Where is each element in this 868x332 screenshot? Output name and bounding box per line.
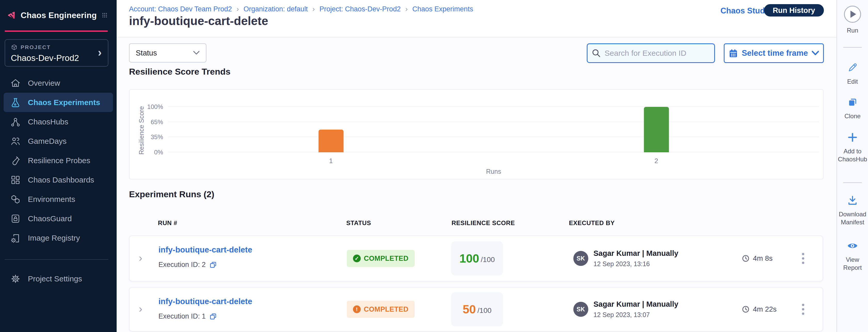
hexagons-icon: [10, 193, 21, 205]
status-badge: ✓ COMPLETED: [347, 250, 415, 267]
sidebar-item-gamedays[interactable]: GameDays: [4, 131, 113, 151]
timeframe-dropdown[interactable]: Select time frame: [724, 43, 824, 63]
breadcrumb-project[interactable]: Project: Chaos-Dev-Prod2: [319, 5, 401, 13]
gridline: [168, 137, 819, 137]
breadcrumb-organization[interactable]: Organization: default: [244, 5, 308, 13]
row-menu-kebab-icon[interactable]: [799, 250, 807, 267]
sidebar-item-label: Chaos Experiments: [28, 98, 100, 107]
duration-value: 4m 22s: [753, 305, 777, 313]
flask-icon: [10, 97, 21, 108]
search-box: [587, 43, 715, 63]
breadcrumb-separator: ›: [312, 5, 315, 13]
chaos-engineering-page: Chaos Engineering PROJECT Chaos-Dev-Prod…: [0, 0, 868, 332]
plus-icon: [846, 131, 859, 144]
download-manifest-action[interactable]: Download Manifest: [837, 194, 868, 226]
avatar: SK: [574, 251, 588, 266]
run-history-button[interactable]: Run History: [764, 4, 824, 17]
app-switcher-icon[interactable]: [102, 10, 107, 20]
view-report-action[interactable]: View Report: [837, 240, 868, 272]
breadcrumb-account[interactable]: Account: Chaos Dev Team Prod2: [129, 5, 232, 13]
gridline: [168, 152, 819, 152]
project-name: Chaos-Dev-Prod2: [11, 53, 102, 63]
calendar-icon: [728, 48, 738, 58]
project-selector[interactable]: PROJECT Chaos-Dev-Prod2 ›: [5, 39, 108, 67]
main-content: Status Select time f: [117, 37, 837, 332]
resilience-score-chip: 50 /100: [451, 292, 503, 326]
status-filter-dropdown[interactable]: Status: [129, 43, 207, 62]
sidebar-item-environments[interactable]: Environments: [4, 189, 113, 209]
row-menu-kebab-icon[interactable]: [799, 301, 807, 318]
sidebar-item-label: Environments: [28, 195, 75, 204]
hub-network-icon: [10, 116, 21, 127]
search-icon: [591, 48, 601, 58]
execution-id: Execution ID: 1: [158, 312, 206, 321]
top-bar: Account: Chaos Dev Team Prod2 › Organiza…: [117, 0, 837, 37]
sidebar-item-project-settings[interactable]: Project Settings: [4, 269, 113, 289]
chevron-down-icon: [811, 51, 819, 56]
run-action[interactable]: Run: [837, 6, 868, 34]
download-icon: [846, 194, 859, 207]
cube-icon: [11, 44, 18, 51]
clock-icon: [742, 305, 750, 313]
score-max: /100: [481, 255, 495, 264]
breadcrumb-separator: ›: [237, 5, 239, 13]
execution-id: Execution ID: 2: [158, 261, 206, 269]
run-name-link[interactable]: infy-boutique-cart-delete: [158, 245, 252, 254]
sidebar-item-resilience-probes[interactable]: Resilience Probes: [4, 151, 113, 170]
y-tick-label: 0%: [154, 149, 163, 156]
search-input[interactable]: [587, 43, 715, 63]
home-icon: [10, 78, 21, 89]
status-text: COMPLETED: [364, 254, 408, 263]
duration-cell: 4m 8s: [742, 254, 773, 263]
score-max: /100: [477, 306, 492, 315]
action-rail: Run Edit Clone Add to ChaosHub: [837, 0, 868, 332]
add-to-chaoshub-action[interactable]: Add to ChaosHub: [837, 131, 868, 163]
add-to-chaoshub-label: Add to ChaosHub: [837, 147, 868, 163]
executed-by-cell: Sagar Kumar | Manually 12 Sep 2023, 13:0…: [593, 300, 678, 319]
sidebar-item-chaos-dashboards[interactable]: Chaos Dashboards: [4, 170, 113, 189]
sidebar-item-chaos-experiments[interactable]: Chaos Experiments: [4, 93, 113, 112]
registry-doc-gear-icon: [10, 232, 21, 244]
copy-icon[interactable]: [209, 313, 217, 321]
sidebar-item-chaoshubs[interactable]: ChaosHubs: [4, 112, 113, 131]
bar-run-1[interactable]: [318, 130, 343, 152]
sidebar-item-chaosguard[interactable]: ChaosGuard: [4, 209, 113, 228]
expand-row-chevron-icon[interactable]: ›: [139, 304, 142, 314]
run-name-link[interactable]: infy-boutique-cart-delete: [158, 297, 252, 306]
status-badge: ! COMPLETED: [347, 301, 415, 318]
clone-action[interactable]: Clone: [837, 96, 868, 120]
rail-divider: [843, 47, 862, 48]
column-header-executed-by: EXECUTED BY: [569, 219, 615, 227]
sidebar-item-overview[interactable]: Overview: [4, 73, 113, 93]
execution-id-line: Execution ID: 2: [158, 261, 217, 269]
copy-icon[interactable]: [209, 261, 217, 269]
score-value: 100: [459, 251, 479, 265]
check-circle-icon: ✓: [353, 254, 361, 262]
play-icon[interactable]: [844, 6, 861, 23]
bar-run-2[interactable]: [644, 107, 669, 152]
edit-action[interactable]: Edit: [837, 61, 868, 86]
breadcrumb-separator: ›: [405, 5, 408, 13]
sidebar-footer: Project Settings: [0, 269, 117, 289]
run-label: Run: [847, 26, 858, 34]
page-title: infy-boutique-cart-delete: [129, 14, 268, 28]
eye-icon: [846, 240, 859, 252]
avatar: SK: [574, 302, 588, 317]
sidebar-item-label: ChaosHubs: [28, 118, 68, 126]
sidebar-item-label: Chaos Dashboards: [28, 176, 94, 184]
breadcrumb-chaos-experiments[interactable]: Chaos Experiments: [412, 5, 473, 13]
clock-icon: [742, 254, 750, 263]
gridline: [168, 122, 819, 122]
clone-icon: [846, 96, 859, 109]
project-label: PROJECT: [21, 44, 51, 50]
sidebar-item-image-registry[interactable]: Image Registry: [4, 228, 113, 248]
column-header-status: STATUS: [346, 219, 371, 227]
expand-row-chevron-icon[interactable]: ›: [139, 253, 142, 263]
duration-value: 4m 8s: [753, 254, 773, 263]
x-tick-label: 2: [654, 157, 658, 165]
x-tick-label: 1: [329, 157, 333, 165]
column-header-run: RUN #: [158, 219, 177, 227]
gridline: [168, 107, 819, 107]
y-tick-label: 35%: [151, 133, 163, 141]
chart-y-axis-title: Resilience Score: [138, 106, 145, 155]
